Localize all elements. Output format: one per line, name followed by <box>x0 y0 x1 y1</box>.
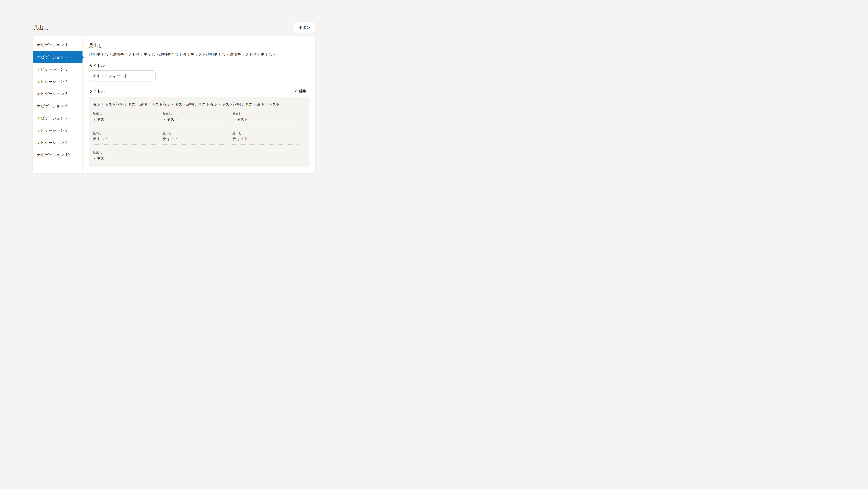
nav-item-label: ナビゲーション 7 <box>37 116 68 120</box>
text-field-label: タイトル <box>89 63 309 68</box>
nav-item-label: ナビゲーション 6 <box>37 104 68 108</box>
sidebar-nav-item[interactable]: ナビゲーション 4 <box>33 76 82 88</box>
sidebar-nav-item[interactable]: ナビゲーション 9 <box>33 137 82 149</box>
primary-action-button[interactable]: ボタン <box>293 22 315 33</box>
detail-item: 見出し テキスト <box>232 131 299 145</box>
detail-item-value: テキスト <box>162 137 229 141</box>
nav-item-label: ナビゲーション 4 <box>37 80 68 84</box>
detail-item-label: 見出し <box>232 112 299 116</box>
detail-item-label: 見出し <box>162 131 229 135</box>
sidebar-nav-item[interactable]: ナビゲーション 5 <box>33 88 82 100</box>
nav-item-label: ナビゲーション 1 <box>37 43 68 47</box>
section-header: タイトル 編集 <box>89 87 309 95</box>
nav-item-label: ナビゲーション 3 <box>37 67 68 71</box>
detail-item: 見出し テキスト <box>93 131 159 145</box>
nav-item-label: ナビゲーション 10 <box>37 153 70 157</box>
sidebar-nav-item[interactable]: ナビゲーション 2 <box>33 51 83 63</box>
detail-item-value: テキスト <box>232 137 299 141</box>
detail-item-value: テキスト <box>232 117 299 122</box>
sidebar-nav-item[interactable]: ナビゲーション 3 <box>33 63 82 76</box>
detail-item-value: テキスト <box>162 117 229 122</box>
sidebar-nav-item[interactable]: ナビゲーション 7 <box>33 112 82 124</box>
edit-button[interactable]: 編集 <box>291 87 309 95</box>
pencil-icon <box>294 89 298 93</box>
section-label: タイトル <box>89 89 105 94</box>
detail-item-label: 見出し <box>93 150 159 154</box>
sidebar-nav-item[interactable]: ナビゲーション 10 <box>33 149 82 161</box>
detail-item: 見出し テキスト <box>232 112 299 125</box>
sidebar-nav-item[interactable]: ナビゲーション 8 <box>33 124 82 137</box>
panel-description: 説明テキスト説明テキスト説明テキスト説明テキスト説明テキスト説明テキスト説明テキ… <box>93 102 306 107</box>
sidebar-nav-list: ナビゲーション 1 ナビゲーション 2 ナビゲーション 3 ナビゲーション 4 … <box>33 39 82 161</box>
nav-item-label: ナビゲーション 5 <box>37 92 68 96</box>
details-panel: 説明テキスト説明テキスト説明テキスト説明テキスト説明テキスト説明テキスト説明テキ… <box>89 97 309 167</box>
sidebar: ナビゲーション 1 ナビゲーション 2 ナビゲーション 3 ナビゲーション 4 … <box>33 36 83 173</box>
detail-grid: 見出し テキスト 見出し テキスト 見出し テキスト 見出し テキスト 見出し … <box>93 112 306 164</box>
detail-item-value: テキスト <box>93 117 159 122</box>
page: 見出し ボタン ナビゲーション 1 ナビゲーション 2 ナビゲーション 3 ナビ… <box>0 0 347 196</box>
main-card: ナビゲーション 1 ナビゲーション 2 ナビゲーション 3 ナビゲーション 4 … <box>33 36 315 173</box>
selected-arrow-icon <box>83 56 84 59</box>
title-text-field[interactable] <box>89 70 156 82</box>
detail-item: 見出し テキスト <box>93 112 159 125</box>
page-title: 見出し <box>33 24 49 31</box>
nav-item-label: ナビゲーション 8 <box>37 128 68 133</box>
detail-item-label: 見出し <box>93 131 159 135</box>
detail-item-label: 見出し <box>232 131 299 135</box>
content-pane: 見出し 説明テキスト説明テキスト説明テキスト説明テキスト説明テキスト説明テキスト… <box>83 36 315 173</box>
edit-button-label: 編集 <box>299 89 306 93</box>
detail-item-label: 見出し <box>162 112 229 116</box>
detail-item: 見出し テキスト <box>162 131 229 145</box>
content-heading: 見出し <box>89 42 309 49</box>
detail-item: 見出し テキスト <box>162 112 229 125</box>
sidebar-nav-item[interactable]: ナビゲーション 6 <box>33 100 82 112</box>
nav-item-label: ナビゲーション 9 <box>37 141 68 145</box>
detail-item-label: 見出し <box>93 112 159 116</box>
sidebar-nav-item[interactable]: ナビゲーション 1 <box>33 39 82 51</box>
nav-item-label: ナビゲーション 2 <box>37 55 68 59</box>
detail-item-value: テキスト <box>93 156 159 161</box>
detail-item-value: テキスト <box>93 137 159 141</box>
detail-item: 見出し テキスト <box>93 150 159 164</box>
content-description: 説明テキスト説明テキスト説明テキスト説明テキスト説明テキスト説明テキスト説明テキ… <box>89 52 309 57</box>
